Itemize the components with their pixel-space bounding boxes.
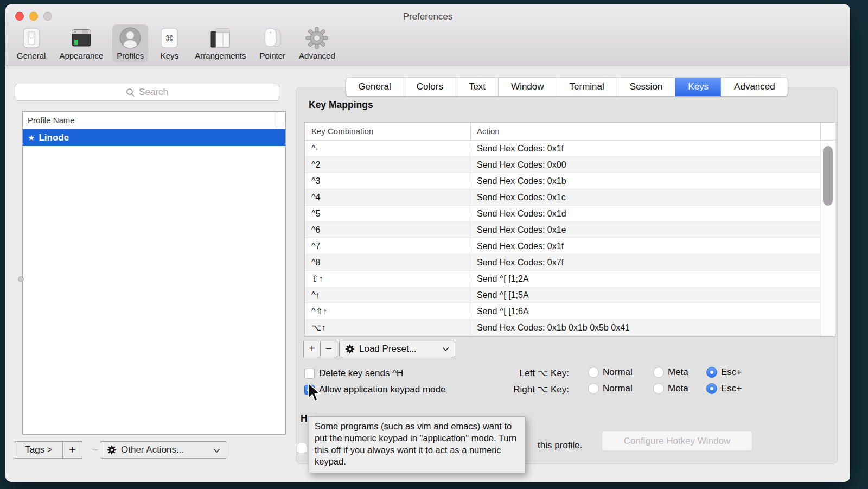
add-profile-button[interactable]: +: [62, 441, 82, 459]
tab-advanced[interactable]: Advanced: [721, 78, 788, 96]
radio-button[interactable]: [653, 367, 664, 378]
radio-left-normal[interactable]: Normal: [588, 367, 633, 378]
radio-left-esc[interactable]: Esc+: [706, 367, 742, 378]
add-key-mapping-button[interactable]: +: [303, 341, 321, 357]
tab-keys[interactable]: Keys: [675, 78, 721, 96]
other-actions-dropdown[interactable]: Other Actions...: [101, 441, 226, 459]
profile-list-header: Profile Name: [23, 112, 285, 129]
preferences-window: Preferences GeneralAppearanceProfiles⌘Ke…: [5, 4, 850, 482]
keypad-tooltip: Some programs (such as vim and emacs) wa…: [309, 416, 526, 473]
configure-hotkey-window-button[interactable]: Configure Hotkey Window: [602, 431, 752, 451]
radio-right-meta[interactable]: Meta: [653, 383, 688, 394]
windows-stack-icon: [208, 26, 232, 50]
right-option-key-row: Right ⌥ Key:NormalMetaEsc+: [296, 384, 837, 396]
chevron-down-icon: [442, 347, 449, 352]
radio-button[interactable]: [706, 367, 717, 378]
left-option-key-label: Left ⌥ Key:: [296, 367, 569, 379]
key-mapping-row[interactable]: ^7Send Hex Codes: 0x1f: [305, 238, 820, 255]
action-cell: Send Hex Codes: 0x1c: [470, 189, 820, 205]
chevron-down-icon: [213, 448, 220, 453]
toolbar-item-profiles[interactable]: Profiles: [112, 24, 148, 62]
toolbar-item-general[interactable]: General: [12, 24, 50, 62]
toolbar-item-label: Arrangements: [195, 51, 246, 60]
key-combination-cell: ^5: [305, 206, 470, 221]
action-cell: Send Hex Codes: 0x00: [470, 157, 820, 173]
toolbar-item-label: General: [17, 51, 46, 60]
hotkey-checkbox[interactable]: [297, 443, 307, 453]
key-mapping-row[interactable]: ^3Send Hex Codes: 0x1b: [305, 173, 820, 189]
key-mapping-row[interactable]: ^8Send Hex Codes: 0x7f: [305, 255, 820, 271]
load-preset-label: Load Preset...: [359, 344, 417, 354]
left-option-key-row: Left ⌥ Key:NormalMetaEsc+: [296, 367, 837, 379]
key-mappings-table: Key Combination Action ^-Send Hex Codes:…: [304, 122, 835, 337]
tab-text[interactable]: Text: [456, 78, 498, 96]
tab-general[interactable]: General: [346, 78, 403, 96]
action-cell: Send Hex Codes: 0x1d: [470, 206, 820, 221]
key-mappings-rows: ^-Send Hex Codes: 0x1f^2Send Hex Codes: …: [305, 141, 820, 336]
profile-tabs: GeneralColorsTextWindowTerminalSessionKe…: [346, 78, 787, 96]
key-mapping-row[interactable]: ⌥↑Send Hex Codes: 0x1b 0x1b 0x5b 0x41: [305, 320, 820, 336]
other-actions-label: Other Actions...: [121, 444, 184, 455]
search-input[interactable]: Search: [15, 84, 279, 101]
key-mapping-row[interactable]: ^↑Send ^[ [1;5A: [305, 287, 820, 303]
action-cell: Send ^[ [1;2A: [470, 271, 820, 287]
command-key-icon: ⌘: [157, 26, 181, 50]
titlebar: Preferences GeneralAppearanceProfiles⌘Ke…: [5, 4, 850, 66]
radio-left-meta[interactable]: Meta: [653, 367, 688, 378]
toolbar-item-pointer[interactable]: Pointer: [256, 24, 290, 62]
table-scrollbar-track[interactable]: [820, 141, 835, 336]
radio-label: Esc+: [721, 383, 742, 394]
person-icon: [118, 26, 142, 50]
profile-row-linode[interactable]: ★ Linode: [23, 129, 285, 146]
key-mapping-row[interactable]: ^6Send Hex Codes: 0x1e: [305, 222, 820, 238]
key-mapping-row[interactable]: ^5Send Hex Codes: 0x1d: [305, 206, 820, 222]
window-title: Preferences: [5, 11, 850, 22]
key-mapping-row[interactable]: ^⇧↑Send ^[ [1;6A: [305, 303, 820, 320]
radio-right-esc[interactable]: Esc+: [706, 383, 742, 394]
pane-resize-handle[interactable]: [18, 276, 24, 282]
profile-settings-panel: GeneralColorsTextWindowTerminalSessionKe…: [296, 87, 838, 464]
key-mapping-row[interactable]: ^4Send Hex Codes: 0x1c: [305, 189, 820, 206]
action-cell: Send Hex Codes: 0x1b 0x1b 0x5b 0x41: [470, 320, 820, 335]
key-mappings-table-header: Key Combination Action: [305, 123, 835, 141]
table-scrollbar-thumb[interactable]: [823, 146, 833, 206]
key-mapping-row[interactable]: ^-Send Hex Codes: 0x1f: [305, 141, 820, 157]
tab-window[interactable]: Window: [498, 78, 556, 96]
search-icon: [126, 88, 135, 97]
load-preset-dropdown[interactable]: Load Preset...: [339, 341, 455, 357]
key-combination-cell: ^2: [305, 157, 470, 173]
tab-session[interactable]: Session: [617, 78, 675, 96]
profile-name: Linode: [39, 132, 69, 143]
mouse-cursor-icon: [307, 383, 321, 403]
toolbar-item-arrangements[interactable]: Arrangements: [190, 24, 250, 62]
key-mapping-row[interactable]: ^2Send Hex Codes: 0x00: [305, 157, 820, 173]
tags-button[interactable]: Tags >: [15, 441, 63, 459]
key-mapping-row[interactable]: ⇧↑Send ^[ [1;2A: [305, 271, 820, 287]
key-combination-cell: ⇧↑: [305, 271, 470, 287]
key-combination-cell: ^⇧↑: [305, 303, 470, 319]
toolbar-item-label: Pointer: [260, 51, 286, 60]
toolbar-item-label: Advanced: [299, 51, 335, 60]
tab-colors[interactable]: Colors: [404, 78, 456, 96]
tab-terminal[interactable]: Terminal: [557, 78, 617, 96]
action-cell: Send ^[ [1;6A: [470, 303, 820, 319]
radio-right-normal[interactable]: Normal: [588, 383, 633, 394]
toolbar-item-label: Keys: [161, 51, 178, 60]
toolbar-item-keys[interactable]: ⌘Keys: [153, 24, 186, 62]
radio-label: Normal: [603, 367, 633, 378]
right-option-key-label: Right ⌥ Key:: [296, 384, 569, 395]
toggle-switch-icon: [20, 26, 43, 50]
toolbar-item-advanced[interactable]: Advanced: [295, 24, 340, 62]
radio-button[interactable]: [653, 383, 664, 394]
hotkey-profile-text: this profile.: [538, 440, 582, 451]
action-cell: Send Hex Codes: 0x1b: [470, 173, 820, 189]
action-cell: Send ^[ [1;5A: [470, 287, 820, 303]
radio-button[interactable]: [706, 383, 717, 394]
toolbar-item-appearance[interactable]: Appearance: [55, 24, 107, 62]
gear-icon: [345, 344, 355, 354]
search-placeholder: Search: [139, 87, 168, 98]
remove-key-mapping-button[interactable]: −: [320, 341, 337, 357]
radio-button[interactable]: [588, 383, 599, 394]
radio-button[interactable]: [588, 367, 599, 378]
action-cell: Send Hex Codes: 0x1f: [470, 141, 820, 156]
